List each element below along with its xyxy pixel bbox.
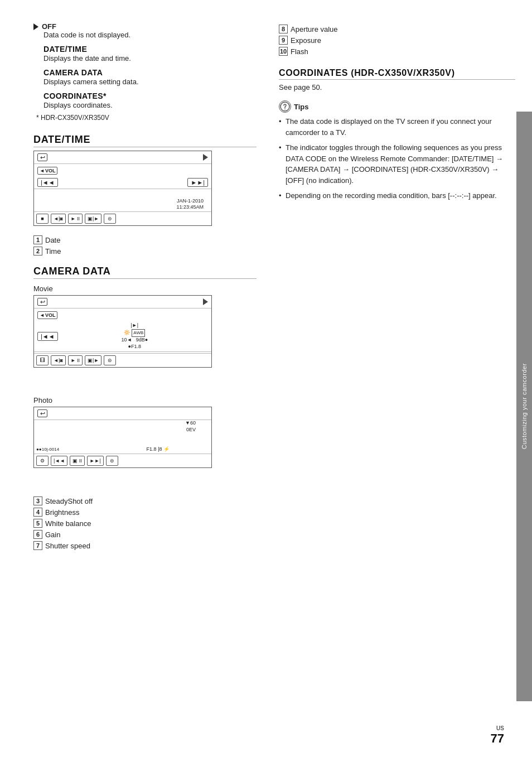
off-description: Data code is not displayed. xyxy=(43,31,257,39)
label-10-text: Flash xyxy=(291,47,308,56)
off-section: OFF Data code is not displayed. xyxy=(33,22,257,39)
page-num-value: 77 xyxy=(491,731,504,745)
movie-menu-btn: ⊜ xyxy=(104,355,116,365)
datetime-title: DATE/TIME xyxy=(43,45,257,54)
page-number: US 77 xyxy=(491,725,504,746)
cam-bottom-datetime: ■ ◄|◙ ► II ▣|► ⊜ xyxy=(34,211,211,225)
photo-label: Photo xyxy=(33,396,257,404)
tips-icon xyxy=(279,100,291,113)
coordinates-title: COORDINATES* xyxy=(43,91,257,100)
label-2-text: Time xyxy=(45,247,61,255)
label-4-text: Brightness xyxy=(45,508,79,517)
coordinates-description: See page 50. xyxy=(279,83,515,91)
movie-cam-bottom: 🎞 ◄|◙ ► II ▣|► ⊜ 8 7 6 xyxy=(34,353,211,367)
photo-stop-btn: ⚙ xyxy=(36,456,49,466)
photo-menu-btn: ⊜ xyxy=(106,456,118,466)
movie-cam-top: ↩ xyxy=(34,296,211,308)
f-value: ●F1.8 xyxy=(128,344,141,349)
sub-item-cameradata: CAMERA DATA Displays camera setting data… xyxy=(43,68,257,86)
undo-icon: ↩ xyxy=(37,153,47,161)
movie-prev-btn: |◄◄ xyxy=(37,332,58,341)
dvol-icon: ◄VOL xyxy=(37,167,57,175)
tips-svg-icon xyxy=(280,102,290,112)
movie-label: Movie xyxy=(33,285,257,293)
footnote: * HDR-CX350V/XR350V xyxy=(36,114,257,122)
section-heading-cameradata: CAMERA DATA xyxy=(33,266,257,279)
num-5: 5 xyxy=(33,519,42,528)
side-bar: Customizing your camcorder xyxy=(516,112,532,701)
exposure-display: ▼60 0EV xyxy=(185,420,196,433)
photo-undo-icon: ↩ xyxy=(37,409,47,417)
datetime-cam-wrapper: ↩ ◄VOL |◄◄ ►►| JAN-1-2010 xyxy=(33,151,212,230)
triangle-icon xyxy=(33,23,38,30)
label-row-10: 10 Flash xyxy=(279,47,515,56)
photo-info-display: ●●10|-0014 xyxy=(36,447,59,452)
photo-cam-wrapper: ↩ ▼60 0EV F1.8 |8 ⚡ xyxy=(33,407,212,472)
movie-vol-row: ◄VOL 3 xyxy=(34,308,211,321)
brightness-val: 10◄ xyxy=(121,337,132,343)
photo-prev-btn: |◄◄ xyxy=(51,456,67,466)
label-8-text: Aperture value xyxy=(291,25,338,33)
label-row-5: 5 White balance xyxy=(33,519,257,528)
label-3-text: SteadyShot off xyxy=(45,497,93,505)
sub-item-coordinates: COORDINATES* Displays coordinates. xyxy=(43,91,257,109)
section-heading-coordinates: COORDINATES (HDR-CX350V/XR350V) xyxy=(279,68,515,80)
off-label: OFF xyxy=(33,22,257,31)
movie-cam-wrapper: ↩ ◄VOL 3 |◄◄ |►| xyxy=(33,295,212,372)
label-6-text: Gain xyxy=(45,531,60,539)
svg-point-1 xyxy=(284,109,286,110)
photo-cam-bottom: ⚙ |◄◄ ▣ II ►►| ⊜ 7 8 xyxy=(34,454,211,467)
num-9: 9 xyxy=(279,36,288,45)
label-row-8: 8 Aperture value xyxy=(279,25,515,33)
section-heading-datetime: DATE/TIME xyxy=(33,134,257,147)
prev-btn: |◄◄ xyxy=(37,178,58,187)
movie-cam-interface: ↩ ◄VOL 3 |◄◄ |►| xyxy=(33,295,212,368)
photo-cam-top: ↩ xyxy=(34,407,211,420)
tips-header: Tips xyxy=(279,100,515,113)
label-row-6: 6 Gain xyxy=(33,530,257,539)
cameradata-desc: Displays camera setting data. xyxy=(43,78,257,86)
vol-row: ◄VOL xyxy=(34,164,211,176)
tip-1: The data code is displayed on the TV scr… xyxy=(279,116,515,138)
label-row-4: 4 Brightness xyxy=(33,508,257,517)
next-btn: ►►| xyxy=(187,178,208,187)
us-label: US xyxy=(491,725,504,731)
movie-playpause-btn: ► II xyxy=(68,355,83,365)
photo-cam-interface: ↩ ▼60 0EV F1.8 |8 ⚡ xyxy=(33,407,212,468)
datetime-desc: Displays the date and time. xyxy=(43,54,257,62)
tip-3: Depending on the recording media conditi… xyxy=(279,190,515,201)
label-7-text: Shutter speed xyxy=(45,542,90,550)
num-6: 6 xyxy=(33,530,42,539)
movie-cam-nav: |◄◄ |►| 🔆 AWB 10◄ 9dB● ●F xyxy=(34,321,211,352)
label-9-text: Exposure xyxy=(291,36,321,45)
off-text: OFF xyxy=(42,22,56,31)
tip-2: The indicator toggles through the follow… xyxy=(279,142,515,186)
cameradata-title: CAMERA DATA xyxy=(43,68,257,77)
num-4: 4 xyxy=(33,508,42,517)
movie-next-ch-btn: ▣|► xyxy=(85,355,101,365)
movie-data-overlay: |►| 🔆 AWB 10◄ 9dB● ●F1.8 xyxy=(61,322,208,350)
awb-label: AWB xyxy=(132,329,145,337)
next-ch-btn: ▣|► xyxy=(85,214,101,224)
label-row-9: 9 Exposure xyxy=(279,36,515,45)
num-8: 8 xyxy=(279,25,288,33)
datetime-cam-interface: ↩ ◄VOL |◄◄ ►►| JAN-1-2010 xyxy=(33,151,212,226)
menu-btn: ⊜ xyxy=(104,214,116,224)
gain-db-val: 9dB● xyxy=(136,337,148,343)
label-row-7: 7 Shutter speed xyxy=(33,541,257,550)
photo-playpause-btn: ▣ II xyxy=(70,456,85,466)
tips-section: Tips The data code is displayed on the T… xyxy=(279,100,515,201)
sub-item-datetime: DATE/TIME Displays the date and time. xyxy=(43,45,257,62)
labels-section: 3 SteadyShot off 4 Brightness 5 White ba… xyxy=(33,496,257,550)
num-2: 2 xyxy=(33,247,42,255)
coordinates-desc: Displays coordinates. xyxy=(43,101,257,109)
flash-f-val: F1.8 xyxy=(147,446,157,452)
flash-f-display: F1.8 |8 ⚡ xyxy=(147,446,170,452)
num-1: 1 xyxy=(33,235,42,244)
tips-list: The data code is displayed on the TV scr… xyxy=(279,116,515,201)
movie-stop-btn: 🎞 xyxy=(36,355,49,365)
stop-btn: ■ xyxy=(36,214,49,224)
num-7: 7 xyxy=(33,541,42,550)
side-bar-text: Customizing your camcorder xyxy=(521,363,528,449)
cam-nav-datetime: |◄◄ ►►| JAN-1-2010 11:23:45AM 1 2 xyxy=(34,176,211,189)
